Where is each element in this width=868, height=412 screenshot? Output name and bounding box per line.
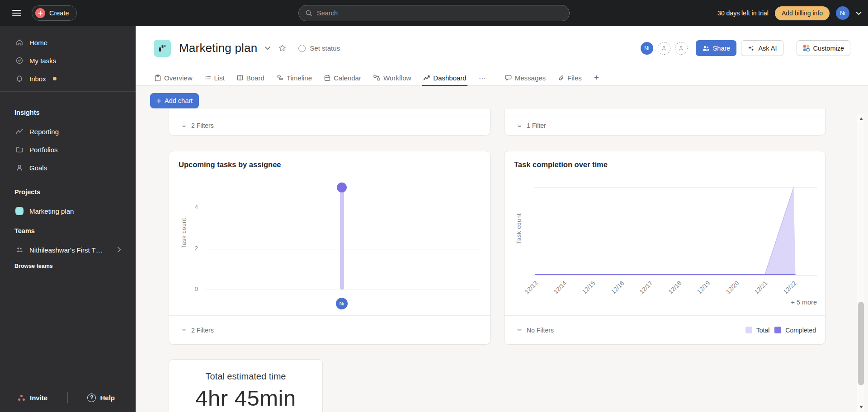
x-tick-label: 12/22 [782, 280, 798, 295]
sparkles-icon [747, 45, 755, 52]
chart-card-task-completion: Task completion over time Task count + 5… [504, 151, 826, 345]
x-tick-label: 12/21 [753, 280, 769, 295]
sidebar-nav: Home My tasks Inbox Insights Reporting [0, 26, 136, 273]
more-categories-label[interactable]: + 5 more [791, 299, 817, 306]
list-icon [205, 75, 211, 81]
tab-options-dots[interactable]: ⋯ [479, 74, 486, 82]
add-chart-button[interactable]: Add chart [150, 93, 199, 108]
tab-list[interactable]: List [205, 70, 225, 86]
sidebar-item-marketing-plan[interactable]: Marketing plan [0, 202, 136, 220]
dashboard-content: Add chart 2 Filters 1 Filter Upcoming ta… [136, 86, 868, 412]
tab-label: Calendar [334, 74, 361, 82]
filter-icon [516, 327, 523, 333]
gridline [534, 217, 817, 217]
create-button[interactable]: Create [32, 5, 77, 21]
card-footer: 2 Filters [169, 315, 490, 344]
card-footer: 1 Filter [505, 116, 825, 135]
x-tick-label: 12/20 [725, 280, 741, 295]
filters-button[interactable]: 1 Filter [527, 122, 546, 129]
x-tick-label: 12/15 [581, 280, 597, 295]
empty-avatar-slot[interactable] [658, 42, 670, 55]
create-label: Create [49, 9, 69, 17]
invite-button[interactable]: Invite [17, 394, 47, 402]
workflow-icon [373, 75, 380, 81]
tab-timeline[interactable]: Timeline [277, 70, 312, 86]
invite-label: Invite [30, 394, 47, 402]
tab-label: Board [246, 74, 264, 82]
tab-files[interactable]: Files [558, 70, 582, 86]
sidebar-item-label: Portfolios [29, 146, 58, 154]
tab-calendar[interactable]: Calendar [324, 70, 361, 86]
search-input[interactable] [317, 9, 563, 17]
sidebar-item-label: Goals [29, 164, 47, 172]
sidebar-item-label: Home [29, 39, 47, 47]
folder-icon [15, 145, 24, 154]
chart-card-partial-left: 2 Filters [169, 109, 491, 136]
tab-workflow[interactable]: Workflow [373, 70, 411, 86]
sidebar-item-portfolios[interactable]: Portfolios [0, 140, 136, 159]
tab-label: List [214, 74, 225, 82]
project-color-swatch [15, 207, 24, 215]
sidebar-item-team[interactable]: Nithileashwar's First T… [0, 241, 136, 259]
sidebar-item-home[interactable]: Home [0, 33, 136, 52]
sidebar-item-goals[interactable]: Goals [0, 159, 136, 177]
gridline [534, 275, 817, 276]
chevron-down-icon[interactable] [856, 11, 862, 15]
project-icon[interactable] [154, 40, 171, 57]
bar-task-count [340, 187, 344, 290]
ask-ai-button[interactable]: Ask AI [741, 40, 783, 56]
bell-icon [15, 75, 24, 83]
add-billing-button[interactable]: Add billing info [775, 6, 830, 20]
section-title[interactable]: Teams [0, 224, 136, 238]
filters-button[interactable]: 2 Filters [191, 122, 214, 129]
scroll-down-arrow[interactable] [857, 403, 865, 411]
section-title[interactable]: Insights [0, 105, 136, 120]
asana-dots-icon [17, 394, 26, 402]
vertical-scrollbar[interactable] [857, 114, 864, 412]
filters-button[interactable]: No Filters [527, 327, 554, 334]
chevron-right-icon[interactable] [117, 247, 121, 253]
section-title[interactable]: Projects [0, 185, 136, 199]
set-status-button[interactable]: Set status [298, 44, 340, 52]
topbar: Create 30 days left in trial Add billing… [0, 0, 868, 26]
tab-overview[interactable]: Overview [155, 70, 193, 86]
tab-messages[interactable]: Messages [505, 70, 546, 86]
tab-label: Dashboard [433, 74, 466, 82]
gridline [206, 290, 480, 290]
filter-icon [516, 123, 523, 129]
favorite-star-icon[interactable] [278, 44, 287, 52]
member-avatar[interactable]: Ni [641, 42, 653, 55]
scrollbar-thumb[interactable] [858, 302, 864, 385]
assignee-avatar[interactable]: Ni [336, 298, 348, 309]
user-avatar[interactable]: Ni [836, 6, 849, 20]
project-tabs: Overview List Board Timeline Calendar Wo… [136, 70, 868, 86]
check-circle-icon [15, 56, 24, 65]
sidebar-section-teams: Teams Nithileashwar's First T… Browse te… [0, 224, 136, 273]
inbox-notification-dot [53, 77, 57, 80]
filter-icon [181, 123, 187, 129]
customize-grid-icon [803, 45, 810, 52]
sidebar-item-inbox[interactable]: Inbox [0, 70, 136, 88]
sidebar-item-my-tasks[interactable]: My tasks [0, 52, 136, 70]
hamburger-menu-icon[interactable] [12, 9, 22, 17]
help-button[interactable]: Help [87, 393, 115, 402]
x-tick-label: 12/19 [696, 280, 712, 295]
total-time-value: 4hr 45min [169, 385, 322, 411]
search-bar[interactable] [298, 5, 570, 21]
legend-label: Total [756, 327, 770, 334]
scroll-up-arrow[interactable] [857, 115, 865, 123]
sidebar-item-reporting[interactable]: Reporting [0, 122, 136, 140]
help-label: Help [100, 394, 115, 402]
filters-button[interactable]: 2 Filters [191, 327, 214, 334]
tab-dashboard[interactable]: Dashboard [423, 70, 466, 86]
empty-avatar-slot[interactable] [675, 42, 688, 55]
tab-add[interactable]: + [594, 70, 599, 86]
browse-teams-link[interactable]: Browse teams [0, 259, 136, 273]
chart-card-total-estimated-time: Total estimated time 4hr 45min [169, 359, 323, 412]
customize-button[interactable]: Customize [797, 40, 851, 56]
add-chart-label: Add chart [165, 97, 193, 104]
tab-board[interactable]: Board [237, 70, 264, 86]
share-button[interactable]: Share [696, 40, 737, 56]
chevron-down-icon[interactable] [264, 46, 271, 50]
project-header: Marketing plan Set status Ni Share Ask A… [136, 26, 868, 70]
